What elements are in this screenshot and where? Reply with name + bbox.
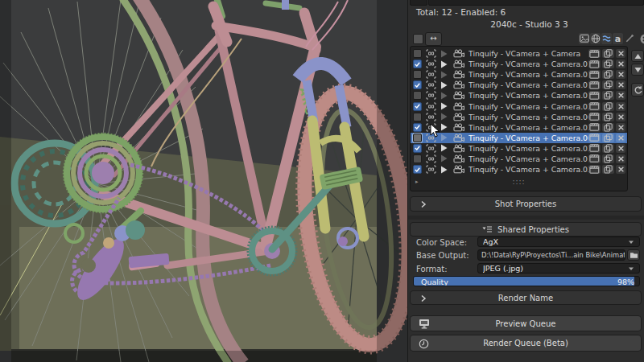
bind-camera-icon[interactable]	[425, 102, 437, 111]
duplicate-icon[interactable]	[602, 70, 614, 79]
refresh-button[interactable]	[631, 83, 644, 97]
duplicate-icon[interactable]	[602, 134, 614, 142]
delete-icon[interactable]	[616, 123, 625, 132]
play-icon[interactable]	[440, 92, 448, 100]
duplicate-icon[interactable]	[602, 80, 614, 89]
move-down-button[interactable]	[631, 64, 644, 76]
camera-enabled-checkbox[interactable]	[413, 134, 422, 142]
play-icon[interactable]	[440, 102, 448, 110]
play-icon[interactable]	[440, 71, 448, 79]
delete-icon[interactable]	[616, 165, 625, 174]
delete-icon[interactable]	[616, 60, 625, 68]
camera-list-row[interactable]: Tinquify - VCamera + Camera.008	[411, 133, 627, 143]
delete-icon[interactable]	[616, 144, 625, 153]
render-shot-icon[interactable]	[588, 123, 601, 132]
camera-list-row[interactable]: Tinquify - VCamera + Camera.017	[411, 59, 627, 69]
bind-camera-icon[interactable]	[425, 80, 437, 89]
move-up-button[interactable]	[631, 50, 644, 62]
render-shot-icon[interactable]	[588, 60, 601, 68]
format-dropdown[interactable]: JPEG (.jpg)	[477, 263, 640, 274]
delete-icon[interactable]	[616, 49, 625, 58]
duplicate-icon[interactable]	[602, 154, 614, 163]
play-icon[interactable]	[440, 50, 448, 58]
play-icon[interactable]	[440, 166, 448, 174]
globe-icon[interactable]	[590, 33, 601, 44]
duplicate-icon[interactable]	[602, 60, 614, 68]
camera-list-row[interactable]: Tinquify - VCamera + Camera.018	[411, 69, 627, 80]
select-all-checkbox[interactable]	[413, 34, 423, 44]
play-icon[interactable]	[440, 60, 448, 68]
render-shot-icon[interactable]	[588, 102, 601, 111]
duplicate-icon[interactable]	[602, 113, 614, 121]
render-shot-icon[interactable]	[588, 80, 601, 89]
delete-icon[interactable]	[616, 102, 625, 111]
quality-slider[interactable]: Quality 98%	[413, 276, 640, 286]
camera-list[interactable]: Tinquify - VCamera + Camera	[410, 46, 628, 191]
camera-list-row[interactable]: Tinquify - VCamera + Camera.003	[411, 112, 627, 122]
camera-enabled-checkbox[interactable]	[413, 49, 422, 58]
duplicate-icon[interactable]	[602, 144, 614, 153]
render-shot-icon[interactable]	[588, 113, 601, 121]
camera-list-row[interactable]: Tinquify - VCamera + Camera.015	[411, 154, 627, 164]
render-shot-icon[interactable]	[588, 165, 601, 174]
bind-camera-icon[interactable]	[425, 70, 437, 79]
render-name-panel[interactable]: Render Name	[410, 290, 642, 305]
camera-list-row[interactable]: Tinquify - VCamera + Camera.023	[411, 164, 627, 175]
play-icon[interactable]	[440, 81, 448, 89]
duplicate-icon[interactable]	[602, 91, 614, 100]
render-shot-icon[interactable]	[588, 154, 601, 163]
delete-icon[interactable]	[616, 80, 625, 89]
3d-viewport[interactable]: ARGON	[0, 0, 407, 362]
font-icon[interactable]: a	[613, 33, 623, 44]
camera-enabled-checkbox[interactable]	[413, 123, 422, 132]
delete-icon[interactable]	[616, 91, 625, 100]
camera-enabled-checkbox[interactable]	[413, 165, 422, 174]
camera-enabled-checkbox[interactable]	[413, 113, 422, 121]
bind-camera-icon[interactable]	[425, 91, 437, 100]
camera-list-row[interactable]: Tinquify - VCamera + Camera.021	[411, 122, 627, 133]
render-shot-icon[interactable]	[588, 49, 601, 58]
duplicate-icon[interactable]	[602, 49, 614, 58]
base-output-field[interactable]: D:\!Data\RyP\Proyectos\Ti...ain Bike\Ani…	[477, 249, 625, 261]
shot-properties-panel[interactable]: Shot Properties	[410, 196, 642, 212]
delete-icon[interactable]	[616, 134, 625, 142]
bind-camera-icon[interactable]	[425, 144, 437, 153]
play-icon[interactable]	[440, 113, 448, 121]
camera-list-row[interactable]: Tinquify - VCamera + Camera.020	[411, 101, 627, 111]
delete-icon[interactable]	[616, 113, 625, 121]
bind-camera-icon[interactable]	[425, 165, 437, 174]
bind-camera-icon[interactable]	[425, 49, 437, 58]
play-icon[interactable]	[440, 144, 448, 152]
list-resize-grip[interactable]: ::::	[411, 178, 627, 186]
camera-enabled-checkbox[interactable]	[413, 80, 422, 89]
camera-list-row[interactable]: Tinquify - VCamera + Camera	[411, 48, 627, 59]
camera-list-row[interactable]: Tinquify - VCamera + Camera.010	[411, 90, 627, 101]
close-icon[interactable]	[640, 33, 644, 44]
camera-enabled-checkbox[interactable]	[413, 60, 422, 68]
render-queue-button[interactable]: Render Queue (Beta)	[410, 335, 642, 352]
pencil-slash-icon[interactable]	[624, 33, 634, 44]
preview-queue-button[interactable]: Preview Queue	[410, 315, 642, 331]
render-shot-icon[interactable]	[588, 70, 601, 79]
studio-name-field[interactable]: 2040c - Studio 3 3	[423, 19, 636, 31]
image-icon[interactable]	[579, 33, 589, 44]
camera-enabled-checkbox[interactable]	[413, 102, 422, 111]
color-space-dropdown[interactable]: AgX	[477, 237, 640, 247]
play-icon[interactable]	[440, 154, 448, 162]
swap-button[interactable]: ↔	[425, 32, 442, 46]
render-shot-icon[interactable]	[588, 91, 601, 100]
camera-enabled-checkbox[interactable]	[413, 70, 422, 79]
render-shot-icon[interactable]	[588, 134, 601, 142]
render-shot-icon[interactable]	[588, 144, 601, 153]
duplicate-icon[interactable]	[602, 102, 614, 111]
shared-properties-panel[interactable]: Shared Properties	[410, 222, 642, 237]
camera-list-row[interactable]: Tinquify - VCamera + Camera.022	[411, 143, 627, 154]
bind-camera-icon[interactable]	[425, 113, 437, 121]
duplicate-icon[interactable]	[602, 123, 614, 132]
browse-folder-button[interactable]	[627, 249, 640, 261]
bind-camera-icon[interactable]	[425, 60, 437, 68]
duplicate-icon[interactable]	[602, 165, 614, 174]
bind-camera-icon[interactable]	[425, 154, 437, 163]
delete-icon[interactable]	[616, 70, 625, 79]
wind-sync-icon-active[interactable]	[601, 33, 612, 44]
